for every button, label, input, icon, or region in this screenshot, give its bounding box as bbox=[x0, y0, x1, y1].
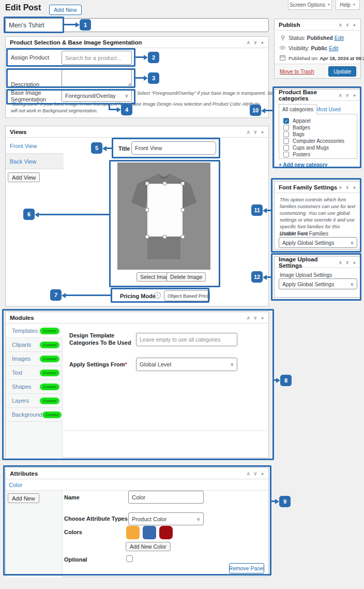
design-area[interactable] bbox=[147, 184, 183, 237]
resize-handle-bottom-right[interactable] bbox=[181, 235, 185, 239]
resize-handle-bottom-middle[interactable] bbox=[163, 235, 166, 239]
resize-handle-top-left[interactable] bbox=[145, 182, 149, 185]
resize-handle-icon[interactable] bbox=[127, 82, 131, 86]
attribute-name-label: Name bbox=[64, 494, 80, 500]
move-down-icon[interactable]: ∨ bbox=[253, 315, 257, 320]
collapse-panel-icon[interactable]: ▲ bbox=[261, 316, 264, 319]
module-tab-label: Text bbox=[12, 370, 22, 376]
screen-options-button[interactable]: Screen Options ▼ bbox=[288, 0, 332, 10]
module-tab-layers[interactable]: Layers Enabled bbox=[6, 394, 63, 408]
collapse-panel-icon[interactable]: ▲ bbox=[353, 93, 356, 97]
resize-handle-top-middle[interactable] bbox=[163, 182, 166, 185]
remove-panel-button[interactable]: Remove Panel bbox=[229, 563, 264, 573]
attribute-type-select[interactable]: Product Color ∨ bbox=[128, 512, 204, 525]
callout-badge-9: 9 bbox=[279, 496, 291, 507]
move-up-icon[interactable]: ∧ bbox=[247, 315, 250, 320]
move-up-icon[interactable]: ∧ bbox=[339, 185, 342, 190]
assign-product-input[interactable]: Search for a product... bbox=[62, 51, 132, 65]
collapse-panel-icon[interactable]: ▲ bbox=[353, 260, 356, 264]
module-tab-cliparts[interactable]: Cliparts Enabled bbox=[6, 338, 63, 352]
post-title-input[interactable]: Men's Tshirt bbox=[5, 18, 269, 32]
optional-checkbox[interactable] bbox=[126, 555, 133, 562]
font-family-header: Font Family Settings ∧ ∨ ▲ bbox=[275, 182, 360, 193]
collapse-panel-icon[interactable]: ▲ bbox=[353, 23, 356, 26]
category-checkbox-checked[interactable]: ✓ bbox=[283, 118, 289, 124]
attribute-tab-color[interactable]: Color bbox=[9, 482, 22, 488]
add-new-category-link[interactable]: + Add new category bbox=[279, 162, 327, 168]
move-up-icon[interactable]: ∧ bbox=[247, 129, 250, 135]
move-down-icon[interactable]: ∨ bbox=[253, 129, 257, 135]
callout-arrowhead-12 bbox=[263, 275, 267, 280]
collapse-panel-icon[interactable]: ▲ bbox=[353, 185, 356, 189]
edit-visibility-link[interactable]: Edit bbox=[329, 45, 338, 51]
pricing-mode-select[interactable]: Object Based Pricing ∨ bbox=[164, 290, 210, 301]
design-template-placeholder: Leave empty to use all categories bbox=[140, 336, 220, 343]
move-down-icon[interactable]: ∨ bbox=[345, 93, 349, 98]
update-button[interactable]: Update bbox=[328, 66, 356, 77]
apply-settings-value: Global Level bbox=[140, 361, 171, 367]
view-title-input[interactable]: Front View bbox=[131, 141, 216, 155]
callout-badge-7: 7 bbox=[50, 289, 62, 301]
move-up-icon[interactable]: ∧ bbox=[339, 22, 342, 27]
move-down-icon[interactable]: ∨ bbox=[345, 185, 349, 190]
move-to-trash-link[interactable]: Move to Trash bbox=[280, 68, 314, 75]
usable-font-families-select[interactable]: Apply Global Settings ∨ bbox=[279, 237, 357, 248]
move-down-icon[interactable]: ∨ bbox=[253, 40, 257, 45]
category-checkbox[interactable] bbox=[283, 131, 289, 137]
category-checkbox[interactable] bbox=[283, 145, 289, 151]
tab-all-categories[interactable]: All categories bbox=[279, 104, 317, 114]
move-down-icon[interactable]: ∨ bbox=[345, 22, 349, 27]
help-button[interactable]: Help ▼ bbox=[336, 0, 360, 10]
usable-font-families-label: Usable Font Families bbox=[280, 231, 328, 237]
image-upload-select[interactable]: Apply Global Settings ∨ bbox=[279, 278, 357, 289]
module-tab-images[interactable]: Images Enabled bbox=[6, 352, 63, 366]
design-template-categories-input[interactable]: Leave empty to use all categories bbox=[136, 333, 237, 346]
module-tab-templates[interactable]: Templates Enabled bbox=[6, 324, 63, 338]
delete-image-button[interactable]: Delete Image bbox=[166, 272, 206, 282]
category-checkbox[interactable] bbox=[283, 152, 289, 157]
modules-panel: Modules ∧ ∨ ▲ Templates Enabled Cliparts… bbox=[5, 312, 269, 458]
tab-most-used[interactable]: Most Used bbox=[316, 107, 341, 112]
published-on-row: Published on: Apr 18, 2024 at 09:27 Edit bbox=[289, 55, 364, 61]
resize-handle-middle-right[interactable] bbox=[181, 208, 185, 212]
move-up-icon[interactable]: ∧ bbox=[247, 40, 250, 45]
module-tab-label: Templates bbox=[12, 328, 38, 334]
resize-handle-top-right[interactable] bbox=[181, 182, 185, 185]
description-textarea[interactable] bbox=[62, 69, 132, 87]
module-tab-label: Shapes bbox=[12, 384, 31, 390]
view-tab-front[interactable]: Front View bbox=[6, 138, 64, 154]
add-view-button[interactable]: Add View bbox=[8, 172, 40, 182]
category-checkbox[interactable] bbox=[283, 125, 289, 130]
color-swatch-blue[interactable] bbox=[143, 526, 156, 539]
segmentation-select[interactable]: Foreground/Overlay ∨ bbox=[62, 89, 132, 102]
color-swatch-orange[interactable] bbox=[126, 526, 140, 539]
module-tab-shapes[interactable]: Shapes Enabled bbox=[6, 380, 63, 394]
module-tab-text[interactable]: Text Enabled bbox=[6, 366, 63, 380]
apply-settings-select[interactable]: Global Level ∨ bbox=[136, 358, 237, 371]
chevron-down-icon: ∨ bbox=[230, 362, 234, 367]
add-new-post-button[interactable]: Add New bbox=[49, 5, 82, 15]
collapse-panel-icon[interactable]: ▲ bbox=[261, 40, 264, 44]
move-up-icon[interactable]: ∧ bbox=[339, 93, 342, 98]
attribute-name-input[interactable]: Color bbox=[128, 491, 204, 504]
collapse-panel-icon[interactable]: ▲ bbox=[261, 472, 264, 475]
resize-handle-bottom-left[interactable] bbox=[145, 235, 149, 239]
module-tab-background[interactable]: Background Enabled bbox=[6, 408, 63, 422]
move-down-icon[interactable]: ∨ bbox=[253, 471, 257, 476]
add-new-color-button[interactable]: Add New Color bbox=[126, 542, 171, 551]
callout-badge-5: 5 bbox=[91, 142, 102, 154]
help-tooltip-icon[interactable]: ? bbox=[154, 292, 161, 299]
resize-handle-middle-left[interactable] bbox=[145, 208, 149, 212]
category-checkbox[interactable] bbox=[283, 138, 289, 144]
color-swatch-red[interactable] bbox=[159, 526, 173, 539]
view-tab-back[interactable]: Back View bbox=[6, 154, 64, 169]
move-up-icon[interactable]: ∧ bbox=[339, 260, 342, 265]
edit-status-link[interactable]: Edit bbox=[335, 35, 344, 41]
move-up-icon[interactable]: ∧ bbox=[247, 471, 250, 476]
view-tab-front-label: Front View bbox=[10, 143, 37, 149]
add-new-attribute-button[interactable]: Add New bbox=[8, 493, 39, 503]
collapse-panel-icon[interactable]: ▲ bbox=[261, 130, 264, 134]
module-tab-label: Layers bbox=[12, 397, 29, 404]
move-down-icon[interactable]: ∨ bbox=[345, 260, 349, 265]
callout-badge-4: 4 bbox=[121, 104, 132, 115]
